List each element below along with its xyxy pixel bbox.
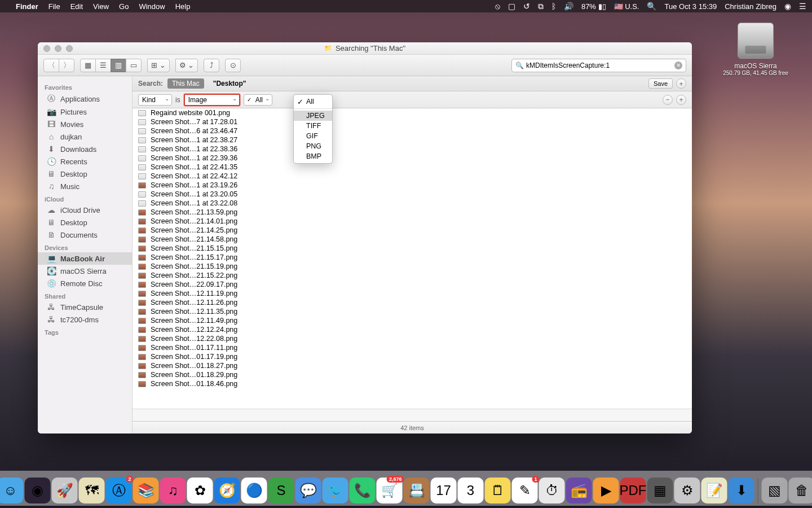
- app-menu[interactable]: Finder: [16, 2, 38, 11]
- sidebar-favorite-1[interactable]: 📷Pictures: [38, 106, 132, 118]
- popup-item-tiff[interactable]: TIFF: [294, 121, 332, 131]
- back-button[interactable]: 〈: [43, 59, 59, 72]
- sidebar-icloud-0[interactable]: ☁iCloud Drive: [38, 204, 132, 216]
- airplay-icon[interactable]: ▢: [508, 2, 515, 11]
- popup-item-png[interactable]: PNG: [294, 141, 332, 151]
- sidebar-device-1[interactable]: 💽macOS Sierra: [38, 265, 132, 277]
- share-button[interactable]: ⤴: [204, 59, 219, 72]
- sidebar-icloud-2[interactable]: 🗎Documents: [38, 229, 132, 241]
- file-row[interactable]: Screen Shot…21.13.59.png: [133, 208, 692, 217]
- user-menu[interactable]: Christian Zibreg: [725, 2, 776, 11]
- sidebar-favorite-2[interactable]: 🎞Movies: [38, 118, 132, 130]
- file-row[interactable]: Screen Shot…21.15.17.png: [133, 253, 692, 262]
- file-row[interactable]: Screen Shot…12.11.49.png: [133, 316, 692, 325]
- minimize-button[interactable]: [55, 45, 61, 52]
- file-row[interactable]: Screen Shot…1 at 23.19.26: [133, 181, 692, 190]
- sidebar-device-0[interactable]: 💻MacBook Air: [38, 252, 132, 265]
- search-input[interactable]: [526, 62, 674, 69]
- criteria-attribute[interactable]: Kind: [138, 94, 172, 106]
- zoom-button[interactable]: [66, 45, 73, 52]
- file-row[interactable]: Regaind website 001.png: [133, 108, 692, 117]
- clock[interactable]: Tue Oct 3 15:39: [664, 2, 717, 11]
- file-row[interactable]: Screen Shot…1 at 22.38.36: [133, 144, 692, 154]
- image-type-popup[interactable]: All JPEG TIFF GIF PNG BMP: [293, 94, 333, 164]
- add-criteria-row-button[interactable]: ＋: [676, 95, 686, 105]
- menu-go[interactable]: Go: [119, 2, 129, 11]
- dock-app[interactable]: Ⓐ2: [106, 478, 132, 503]
- dock-app[interactable]: 🚀: [52, 478, 78, 503]
- criteria-subtype[interactable]: All: [244, 94, 272, 106]
- criteria-value[interactable]: Image: [184, 94, 240, 106]
- dock-app[interactable]: 🗑: [789, 478, 813, 503]
- notification-center-icon[interactable]: ☰: [799, 2, 806, 11]
- sidebar-device-2[interactable]: 💿Remote Disc: [38, 277, 132, 290]
- sidebar-shared-0[interactable]: 🖧TimeCapsule: [38, 301, 132, 313]
- close-button[interactable]: [43, 45, 50, 52]
- forward-button[interactable]: 〉: [59, 59, 74, 72]
- dock-app[interactable]: 🛒2,676: [377, 478, 403, 503]
- file-row[interactable]: Screen Shot…1 at 22.42.12: [133, 172, 692, 181]
- file-row[interactable]: Screen Shot…6 at 23.46.47: [133, 126, 692, 135]
- dock-app[interactable]: ◉: [25, 478, 51, 503]
- dock-app[interactable]: 🐦: [323, 478, 348, 503]
- file-list[interactable]: Regaind website 001.pngScreen Shot…7 at …: [133, 108, 692, 409]
- dock-app[interactable]: ✎1: [512, 478, 538, 503]
- dock-app[interactable]: 🗒: [485, 478, 511, 503]
- dock-app[interactable]: 📚: [133, 478, 159, 503]
- siri-icon[interactable]: ◉: [784, 2, 791, 11]
- search-field[interactable]: 🔍 ✕: [511, 59, 686, 72]
- sidebar-icloud-1[interactable]: 🖥Desktop: [38, 216, 132, 229]
- arrange-button[interactable]: ⊞ ⌄: [147, 59, 170, 72]
- titlebar[interactable]: 📁 Searching "This Mac": [38, 42, 692, 55]
- popup-item-gif[interactable]: GIF: [294, 131, 332, 141]
- view-column-button[interactable]: ▥: [111, 59, 126, 72]
- dock-app[interactable]: ✿: [187, 478, 213, 503]
- file-row[interactable]: Screen Shot…01.18.27.png: [133, 361, 692, 370]
- dock-app[interactable]: 💬: [295, 478, 321, 503]
- file-row[interactable]: Screen Shot…01.18.46.png: [133, 379, 692, 388]
- popup-item-bmp[interactable]: BMP: [294, 151, 332, 161]
- dock-app[interactable]: ☺: [0, 478, 24, 503]
- volume-icon[interactable]: 🔊: [564, 2, 573, 11]
- file-row[interactable]: Screen Shot…12.11.19.png: [133, 289, 692, 298]
- file-row[interactable]: Screen Shot…12.11.35.png: [133, 307, 692, 316]
- file-row[interactable]: Screen Shot…21.14.01.png: [133, 217, 692, 226]
- dock-app[interactable]: 17: [431, 478, 457, 503]
- dock-app[interactable]: 📇: [404, 478, 430, 503]
- dock-app[interactable]: 📞: [350, 478, 376, 503]
- file-row[interactable]: Screen Shot…12.12.24.png: [133, 325, 692, 334]
- dock-app[interactable]: ▧: [762, 478, 788, 503]
- dock-app[interactable]: S: [268, 478, 294, 503]
- dock-app[interactable]: 3: [458, 478, 484, 503]
- view-gallery-button[interactable]: ▭: [126, 59, 142, 72]
- sidebar-favorite-5[interactable]: 🕓Recents: [38, 155, 132, 168]
- dock-app[interactable]: PDF: [620, 478, 646, 503]
- sidebar-favorite-6[interactable]: 🖥Desktop: [38, 168, 132, 180]
- file-row[interactable]: Screen Shot…12.22.08.png: [133, 334, 692, 343]
- dock-app[interactable]: 📝: [701, 478, 727, 503]
- dock-app[interactable]: ⚙: [674, 478, 700, 503]
- file-row[interactable]: Screen Shot…01.18.29.png: [133, 370, 692, 379]
- dock-app[interactable]: ♫: [160, 478, 186, 503]
- file-row[interactable]: Screen Shot…22.09.17.png: [133, 280, 692, 289]
- file-row[interactable]: Screen Shot…21.15.19.png: [133, 262, 692, 271]
- sidebar-favorite-4[interactable]: ⬇Downloads: [38, 143, 132, 155]
- dock-app[interactable]: 📻: [566, 478, 592, 503]
- accessibility-icon[interactable]: ⦸: [495, 2, 500, 11]
- file-row[interactable]: Screen Shot…1 at 23.20.05: [133, 190, 692, 199]
- file-row[interactable]: Screen Shot…21.15.15.png: [133, 244, 692, 253]
- wifi-icon[interactable]: ⧉: [538, 2, 544, 11]
- sidebar-shared-1[interactable]: 🖧tc7200-dms: [38, 313, 132, 326]
- menu-file[interactable]: File: [48, 2, 60, 11]
- timemachine-icon[interactable]: ↺: [523, 2, 530, 11]
- scope-this-mac[interactable]: This Mac: [167, 78, 204, 89]
- popup-item-jpeg[interactable]: JPEG: [294, 111, 332, 121]
- file-row[interactable]: Screen Shot…12.11.26.png: [133, 298, 692, 307]
- spotlight-icon[interactable]: 🔍: [647, 2, 656, 11]
- dock-app[interactable]: ⬇: [729, 478, 754, 503]
- sidebar-favorite-0[interactable]: ⒶApplications: [38, 92, 132, 106]
- save-search-button[interactable]: Save: [648, 78, 673, 89]
- action-button[interactable]: ⚙ ⌄: [175, 59, 198, 72]
- file-row[interactable]: Screen Shot…7 at 17.28.01: [133, 117, 692, 126]
- remove-criteria-button[interactable]: －: [663, 95, 673, 105]
